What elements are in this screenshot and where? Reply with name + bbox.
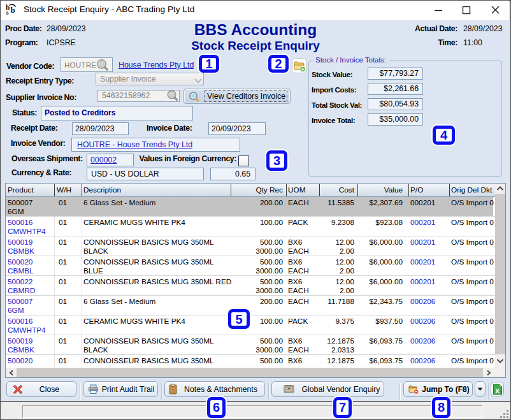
- svg-text:s: s: [6, 9, 9, 16]
- svg-text:b: b: [11, 5, 15, 15]
